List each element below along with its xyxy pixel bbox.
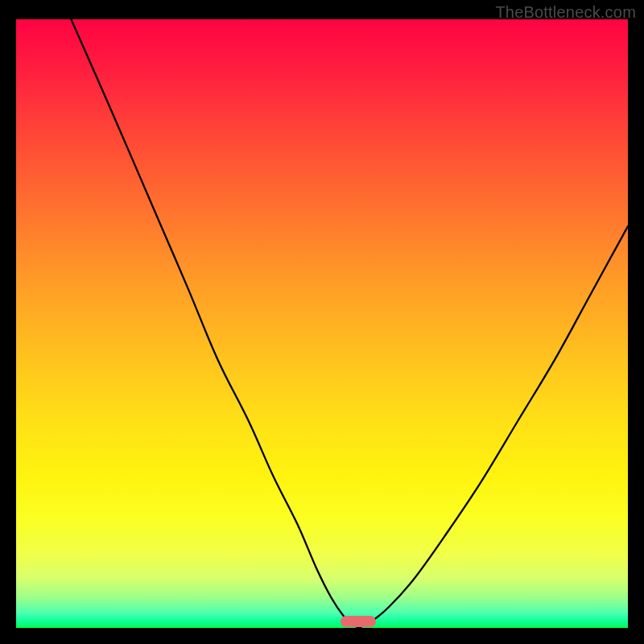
plot-area <box>16 19 628 628</box>
chart-frame: TheBottleneck.com <box>0 0 644 644</box>
curve-right-branch <box>359 226 628 628</box>
watermark-text: TheBottleneck.com <box>495 3 636 22</box>
bottleneck-curve <box>16 19 628 628</box>
curve-left-branch <box>71 19 358 628</box>
minimum-marker <box>341 616 376 627</box>
